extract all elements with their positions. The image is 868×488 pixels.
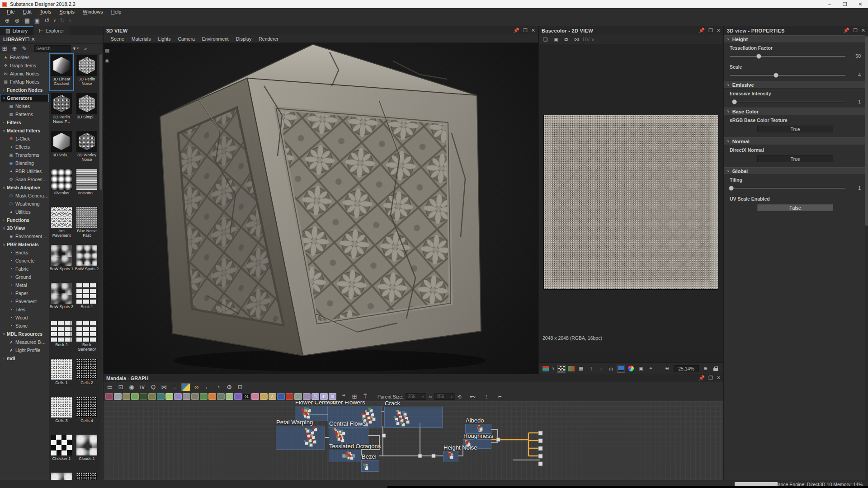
graph-node[interactable] [350,456,354,460]
export-icon[interactable]: ⋈ [160,383,169,392]
tree-item-ground[interactable]: ◔Ground [0,273,49,281]
info-icon[interactable]: i [597,365,605,373]
copy-icon[interactable]: ⧉ [562,36,571,44]
tree-item-mdl-resources[interactable]: ∨MDL Resources [0,330,49,338]
float-panel-icon[interactable]: ❐ [708,28,713,33]
fit-icon[interactable]: ⊡ [116,383,125,392]
maximize-button[interactable]: ❐ [837,1,853,7]
graph-node[interactable] [372,418,376,421]
channels-icon[interactable] [541,365,550,373]
tree-item-function-nodes[interactable]: ›Function Nodes [0,86,49,94]
graph-frame-petal-warping[interactable]: Petal Warping [276,426,325,450]
tree-item-functions[interactable]: ›Functions [0,216,49,224]
elbow-link-icon[interactable]: ⌐ [203,383,212,392]
directional-blur-node-icon[interactable] [148,393,156,400]
tree-item-fxmap-nodes[interactable]: ▦FxMap Nodes [0,78,49,86]
tree-item-generators[interactable]: ∨Generators [0,94,49,102]
tab-explorer[interactable]: ⊢ Explorer [33,26,70,35]
reset-size-icon[interactable]: ⟲ [458,394,462,399]
crop-node-icon[interactable] [277,393,285,400]
tree-item-graph-items[interactable]: ❖Graph Items [0,61,49,70]
graph-frame-central-flower[interactable]: Central Flower [329,427,368,444]
close-panel-icon[interactable]: ✕ [531,28,535,33]
pin-panel-icon[interactable]: 📌 [843,28,849,33]
tree-item-mdl[interactable]: ›mdl [0,354,49,362]
extrude-node-icon[interactable] [191,393,199,400]
new-graph-button[interactable]: ⊛ [13,16,22,25]
channel-shuffle-node-icon[interactable] [131,393,139,400]
fill-node-icon[interactable] [286,393,293,400]
dots-node-icon[interactable] [208,393,216,400]
tree-item-atomic-nodes[interactable]: ⋈Atomic Nodes [0,70,49,78]
tree-item-blending[interactable]: ◉Blending [0,159,49,167]
library-thumbnail-brick-generator[interactable]: Brick Generator [74,319,99,357]
gradient-node-icon[interactable] [165,393,173,400]
tree-item-metal[interactable]: ◔Metal [0,281,49,289]
viewport-3d[interactable]: ▦ ◉ [104,43,538,374]
close-panel-icon[interactable]: ✕ [717,375,721,381]
link-mode-icon[interactable]: ∞ [192,383,201,392]
zoom-out-button[interactable]: ⊖ [663,365,671,373]
graph-frame-bezel[interactable]: Bezel [361,460,379,472]
section-header-normal[interactable]: ∨Normal [724,137,865,145]
properties-scrollbar[interactable] [865,35,868,480]
library-thumbnail-arc-pavement[interactable]: Arc Pavement [49,205,74,243]
library-thumbnail-cells-1[interactable]: Cells 1 [49,357,74,395]
curve-node-icon[interactable] [140,393,147,400]
redo-more-button[interactable]: ∨ [68,16,72,25]
library-thumbnail-3d-worley-noise[interactable]: 3D Worley Noise [74,129,99,167]
frame-tool3-icon[interactable]: ⊡ [329,393,336,400]
slider-handle[interactable] [774,73,778,78]
binary-node-icon[interactable]: 01 [243,393,250,400]
float-panel-icon[interactable]: ❐ [708,375,713,381]
graph-node[interactable] [450,455,453,459]
tree-item-transforms[interactable]: ▣Transforms [0,151,49,159]
graph-node[interactable] [479,427,483,431]
tree-item-3d-view[interactable]: ∨3D View [0,224,49,232]
menu-item-lights[interactable]: Lights [154,36,174,42]
save-icon[interactable]: ▣ [552,36,560,44]
library-thumbnail-alveolus[interactable]: Alveolus [49,167,74,205]
tree-item-weathering[interactable]: ⬡Weathering [0,200,49,208]
tree-item-pbr-materials[interactable]: ∨PBR Materials [0,240,49,249]
link-size-icon[interactable]: ∞ [429,394,432,399]
library-thumbnail-3d-perlin-noise[interactable]: 3D Perlin Noise [74,53,99,91]
info-dropdown-icon[interactable]: i∨ [138,383,147,392]
float-panel-icon[interactable]: ❐ [25,37,29,42]
section-header-global[interactable]: ∨Global [724,167,865,175]
link-dots-icon[interactable]: ⊷ [468,392,477,401]
graph-frame-tesslated-octagons[interactable]: Tesslated Octagons [329,450,361,462]
parent-height-select[interactable]: 256∨ [434,393,455,400]
parent-width-select[interactable]: 256∨ [406,393,426,400]
tree-item-pavement[interactable]: ◔Pavement [0,297,49,305]
slider-handle[interactable] [732,99,737,104]
tree-item-filters[interactable]: ›Filters [0,118,49,127]
blur-node-icon[interactable] [123,393,130,400]
section-header-height[interactable]: ∨Height [724,35,865,43]
slider-handle[interactable] [729,186,734,191]
library-thumbnail-3d-linear-gradient[interactable]: 3D Linear Gradient [49,53,74,91]
library-thumbnail-clouds-1[interactable]: Clouds 1 [74,433,99,471]
menu-item-tools[interactable]: Tools [36,9,56,14]
graph-node[interactable] [307,415,310,419]
slider-track[interactable] [730,73,845,78]
view2d-canvas[interactable]: 2048 x 2048 (RGBA, 16bpc) [539,44,723,352]
colorwheel-icon[interactable] [627,365,635,373]
library-thumbnail-cells-4[interactable]: Cells 4 [74,395,99,433]
shape-node-icon[interactable] [174,393,182,400]
menu-item-environment[interactable]: Environment [198,36,232,42]
menu-item-materials[interactable]: Materials [128,36,155,42]
snapshot-icon[interactable]: ◉ [127,383,136,392]
section-header-emissive[interactable]: ∨Emissive [724,81,865,89]
graph-node[interactable] [341,439,344,442]
frame-tool-icon[interactable]: ▢ [311,393,319,400]
tree-item-utilities[interactable]: ◕Utilities [0,208,49,216]
param-toggle-button[interactable]: True [757,126,833,132]
bitmap-node-icon[interactable] [105,393,113,400]
close-panel-icon[interactable]: ✕ [861,28,865,33]
library-thumbnail-cells-3[interactable]: Cells 3 [49,395,74,433]
pattern-node-icon[interactable] [294,393,302,400]
redo-button[interactable]: ↻ [58,16,67,25]
transform-icon[interactable]: Ŧ [587,365,595,373]
levels-node-icon[interactable] [217,393,225,400]
